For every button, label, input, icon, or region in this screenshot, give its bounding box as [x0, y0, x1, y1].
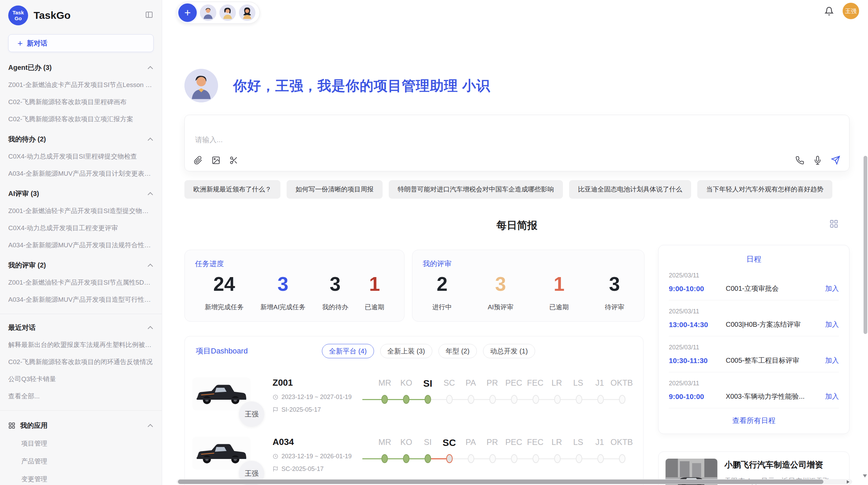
divider — [0, 314, 162, 314]
sidebar-task-item[interactable]: C02-飞腾新能源轻客改款项目里程碑画布 — [8, 98, 154, 107]
agent-avatar[interactable] — [239, 4, 255, 21]
join-button[interactable]: 加入 — [825, 356, 839, 365]
chat-input[interactable] — [195, 135, 744, 156]
sidebar-task-item[interactable]: Z001-全新燃油轻卡产品开发项目SI造型提交物评审 — [8, 207, 154, 215]
stat-value: 3 — [605, 273, 624, 295]
date-range: 2023-12-19 ~ 2026-01-19 — [281, 453, 352, 460]
suggestion-chip[interactable]: 欧洲新规最近颁布了什么？ — [184, 180, 280, 199]
dashboard-title: 项目Dashboard — [196, 346, 248, 356]
join-button[interactable]: 加入 — [825, 284, 839, 293]
section-recent-chats[interactable]: 最近对话 — [8, 323, 154, 332]
milestone-node — [460, 395, 482, 405]
milestone-label: LR — [546, 378, 568, 389]
phone-icon[interactable] — [795, 156, 804, 165]
microphone-icon[interactable] — [813, 156, 822, 165]
sidebar-task-item[interactable]: Z001-全新燃油皮卡产品开发项目SI节点Lesson Learn报告 — [8, 80, 154, 89]
project-flag: SC-2025-05-17 — [273, 465, 361, 473]
sidebar-header: Task Go TaskGo — [8, 5, 154, 25]
app-item-change[interactable]: 变更管理 — [8, 475, 154, 484]
recent-view-all[interactable]: 查看全部... — [8, 392, 154, 401]
sidebar-task-item[interactable]: A034-全新新能源MUV产品开发项目造型可行性评审 — [8, 295, 154, 304]
suggestion-chip[interactable]: 如何写一份清晰的项目周报 — [287, 180, 383, 199]
new-chat-button[interactable]: + 新对话 — [8, 34, 154, 52]
schedule-name: C005-整车工程目标评审 — [726, 356, 820, 365]
grid-icon — [8, 422, 15, 429]
section-title: 最近对话 — [8, 323, 36, 332]
milestone-node-done — [374, 454, 396, 464]
project-owner-badge: 王强 — [239, 401, 264, 427]
main-area: + 王强 — [162, 0, 868, 485]
daily-briefing-title: 每日简报 — [496, 220, 538, 231]
suggestion-chip[interactable]: 特朗普可能对进口汽车增税会对中国车企造成哪些影响 — [389, 180, 563, 199]
project-row-z001[interactable]: 王强 Z001 2023-12-19 ~ 2027-01-19 — [185, 377, 643, 413]
section-my-review[interactable]: 我的评审 (2) — [8, 261, 154, 270]
recent-chat-item[interactable]: 公司Q3轻卡销量 — [8, 375, 154, 384]
schedule-name: X003-车辆动力学性能验... — [726, 392, 820, 401]
paperclip-icon[interactable] — [194, 156, 203, 165]
app-title: TaskGo — [34, 10, 145, 21]
section-ai-review[interactable]: AI评审 (3) — [8, 189, 154, 198]
layout-grid-icon[interactable] — [829, 219, 839, 228]
new-chat-label: 新对话 — [27, 39, 47, 48]
horizontal-scrollbar-thumb[interactable] — [178, 480, 823, 484]
dashboard-header: 项目Dashboard 全新平台 (4) 全新上装 (3) 年型 (2) 动总开… — [185, 336, 643, 358]
task-progress-card: 任务进度 24 新增完成任务 3 新增AI完成任务 3 我的待办 — [184, 250, 405, 322]
assistant-hero: 你好，王强，我是你的项目管理助理 小识 — [184, 69, 849, 102]
milestone-label: J1 — [589, 437, 611, 448]
user-avatar[interactable]: 王强 — [843, 3, 859, 19]
input-action-tools — [795, 156, 840, 165]
filter-powertrain[interactable]: 动总开发 (1) — [483, 344, 535, 358]
sidebar-task-item[interactable]: A034-全新新能源MUV产品开发项目计划变更表编写 — [8, 169, 154, 178]
filter-new-body[interactable]: 全新上装 (3) — [380, 344, 432, 358]
agent-avatar[interactable] — [219, 4, 236, 21]
add-agent-button[interactable]: + — [178, 3, 197, 22]
chevron-up-icon — [148, 264, 153, 269]
join-button[interactable]: 加入 — [825, 392, 839, 401]
agent-avatar[interactable] — [200, 4, 216, 21]
scissors-icon[interactable] — [229, 156, 238, 165]
sidebar-task-item[interactable]: C0X4-动力总成开发项目SI里程碑提交物检查 — [8, 152, 154, 161]
recent-chat-item[interactable]: C02-飞腾新能源轻客改款项目的闭环通告反馈情况 — [8, 358, 154, 366]
app-item-project[interactable]: 项目管理 — [8, 439, 154, 448]
sidebar-task-item[interactable]: C0X4-动力总成开发项目工程变更评审 — [8, 224, 154, 233]
milestone-label: MR — [374, 378, 396, 389]
stat-my-todo: 3 我的待办 — [322, 273, 348, 312]
milestone-label: PA — [460, 378, 482, 389]
photo-icon[interactable] — [212, 156, 220, 165]
schedule-time: 13:00-14:30 — [669, 321, 720, 329]
schedule-date: 2025/03/11 — [669, 380, 839, 387]
filter-year-model[interactable]: 年型 (2) — [438, 344, 477, 358]
sidebar-task-item[interactable]: Z001-全新燃油轻卡产品开发项目SI节点属性5D文件评审 — [8, 278, 154, 287]
my-apps-header[interactable]: 我的应用 — [8, 421, 154, 430]
sidebar-task-item[interactable]: C02-飞腾新能源轻客改款项目立项汇报方案 — [8, 115, 154, 124]
stat-label: AI预评审 — [488, 303, 514, 312]
section-agent-done[interactable]: Agent已办 (3) — [8, 63, 154, 72]
section-my-todo[interactable]: 我的待办 (2) — [8, 135, 154, 144]
filter-new-platform[interactable]: 全新平台 (4) — [322, 344, 374, 358]
milestone-stepper: MR KO SI SC PA PR PEC FEC LR LS J1 OKTB — [362, 378, 633, 405]
suggestion-chip[interactable]: 当下年轻人对汽车外观有怎样的喜好趋势 — [697, 180, 832, 199]
view-all-schedule-link[interactable]: 查看所有日程 — [669, 416, 839, 425]
recent-chat-item[interactable]: 解释最新出台的欧盟报废车法规再生塑料比例被调至15%... — [8, 340, 154, 349]
sidebar-task-item[interactable]: A034-全新新能源MUV产品开发项目法规符合性评审 — [8, 241, 154, 250]
collapse-sidebar-icon[interactable] — [145, 11, 154, 20]
stat-ai-prereview: 3 AI预评审 — [488, 273, 514, 312]
schedule-card: 日程 2025/03/11 9:00-10:00 C001-立项审批会 加入 2… — [658, 245, 849, 434]
scroll-down-arrow[interactable] — [863, 474, 867, 477]
milestone-label: OKTB — [611, 437, 633, 448]
join-button[interactable]: 加入 — [825, 320, 839, 329]
milestone-node — [568, 395, 590, 405]
schedule-item: 2025/03/11 9:00-10:00 X003-车辆动力学性能验... 加… — [669, 372, 839, 408]
vertical-scrollbar-thumb[interactable] — [864, 156, 867, 334]
project-name: Z001 — [273, 377, 361, 388]
flag-icon — [273, 466, 278, 472]
scroll-right-arrow[interactable] — [847, 480, 849, 484]
suggestion-chip[interactable]: 比亚迪全固态电池计划具体说了什么 — [569, 180, 691, 199]
section-title: 我的待办 (2) — [8, 135, 46, 144]
bell-icon[interactable] — [824, 7, 834, 16]
divider — [0, 410, 162, 411]
app-item-product[interactable]: 产品管理 — [8, 457, 154, 466]
project-row-a034[interactable]: 王强 A034 2023-12-19 ~ 2026-01-19 — [185, 437, 643, 473]
send-icon[interactable] — [831, 156, 840, 165]
horizontal-scrollbar[interactable] — [177, 479, 852, 484]
